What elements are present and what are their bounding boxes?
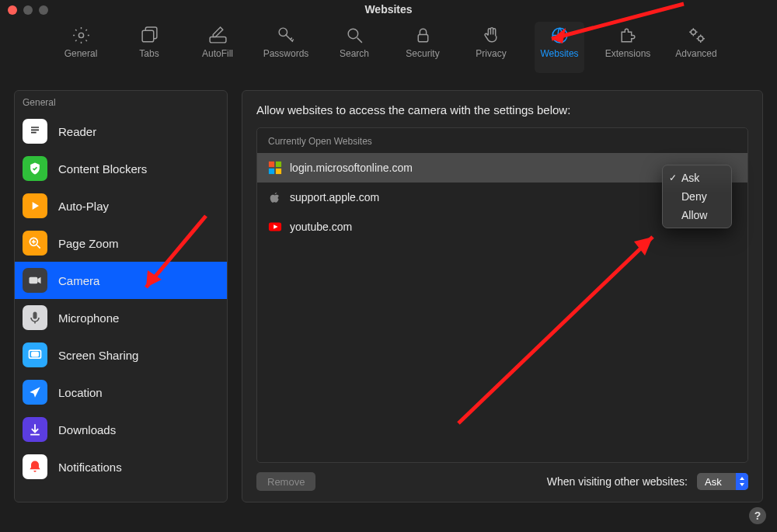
select-value: Ask [705,476,722,488]
toolbar-tab-extensions[interactable]: Extensions [603,22,653,73]
svg-rect-17 [276,169,281,174]
globe-icon [549,25,570,45]
key-icon [276,25,296,45]
toolbar-tab-autofill[interactable]: AutoFill [193,22,242,73]
sidebar: General Reader Content Blockers Auto-Pla… [14,90,228,502]
close-window-button[interactable] [8,5,17,15]
svg-rect-10 [30,277,38,283]
sidebar-item-label: Page Zoom [58,237,119,250]
bell-icon [23,454,47,479]
location-arrow-icon [23,380,47,405]
sidebar-item-microphone[interactable]: Microphone [15,299,227,336]
play-icon [23,193,47,218]
window-title: Websites [0,3,777,16]
youtube-icon [268,220,282,234]
camera-icon [23,268,47,293]
sidebar-item-downloads[interactable]: Downloads [15,411,227,448]
sidebar-item-label: Content Blockers [58,162,147,176]
sidebar-item-location[interactable]: Location [15,374,227,411]
sidebar-item-auto-play[interactable]: Auto-Play [15,187,227,224]
gear-icon [71,25,91,45]
lock-icon [413,25,433,45]
sidebar-item-label: Reader [58,125,96,138]
sidebar-item-label: Auto-Play [58,200,109,213]
microphone-icon [23,305,47,330]
toolbar-tab-label: Advanced [675,48,716,59]
download-icon [23,417,47,442]
toolbar-tab-label: Security [406,48,439,59]
sidebar-item-page-zoom[interactable]: Page Zoom [15,224,227,262]
popup-item-ask[interactable]: ✓ Ask [663,169,731,187]
toolbar-tab-label: Websites [540,48,578,59]
svg-rect-5 [418,34,428,41]
preferences-toolbar: General Tabs AutoFill Passwords Search S… [0,19,777,73]
website-list-header: Currently Open Websites [257,128,747,153]
toolbar-tab-label: Extensions [605,48,651,59]
puzzle-icon [618,25,638,45]
permission-popup-menu: ✓ Ask Deny Allow [662,165,732,228]
detail-footer: Remove When visiting other websites: Ask [256,463,748,491]
screen-sharing-icon [23,342,47,367]
popup-item-allow[interactable]: Allow [663,206,731,224]
sidebar-item-reader[interactable]: Reader [15,113,227,150]
toolbar-tab-search[interactable]: Search [329,22,379,73]
toolbar-tab-privacy[interactable]: Privacy [466,22,516,73]
toolbar-tab-label: Search [340,48,369,59]
toolbar-tab-advanced[interactable]: Advanced [671,22,721,73]
toolbar-tab-label: Privacy [476,48,506,59]
detail-heading: Allow websites to access the camera with… [256,103,748,116]
toolbar-tab-label: Tabs [139,48,159,59]
svg-rect-1 [142,30,154,42]
sidebar-item-camera[interactable]: Camera [15,262,227,299]
tabs-icon [139,25,159,45]
sidebar-item-label: Notifications [58,461,122,474]
content-area: General Reader Content Blockers Auto-Pla… [0,73,777,510]
other-websites-select[interactable]: Ask [697,473,748,490]
toolbar-tab-general[interactable]: General [56,22,106,73]
zoom-icon [23,231,47,256]
shield-check-icon [23,156,47,181]
sidebar-section-label: General [15,91,227,113]
titlebar: Websites [0,0,777,19]
svg-rect-16 [269,169,274,174]
popup-item-label: Ask [681,172,699,184]
svg-rect-2 [210,37,226,42]
popup-item-label: Deny [681,190,707,203]
sidebar-item-label: Downloads [58,423,116,436]
sidebar-item-content-blockers[interactable]: Content Blockers [15,150,227,187]
toolbar-tab-security[interactable]: Security [398,22,448,73]
pencil-field-icon [207,25,228,45]
sidebar-item-label: Location [58,386,103,399]
svg-rect-15 [276,162,281,167]
popup-item-deny[interactable]: Deny [663,187,731,206]
svg-point-0 [78,33,83,37]
svg-point-7 [691,30,695,34]
sidebar-item-screen-sharing[interactable]: Screen Sharing [15,336,227,374]
minimize-window-button[interactable] [23,5,33,15]
sidebar-item-label: Camera [58,274,99,287]
toolbar-tab-passwords[interactable]: Passwords [261,22,311,73]
toolbar-tab-websites[interactable]: Websites [535,22,584,73]
toolbar-tab-tabs[interactable]: Tabs [124,22,174,73]
check-icon: ✓ [669,172,677,183]
svg-rect-13 [32,353,38,356]
website-label: youtube.com [290,221,352,233]
magnifier-icon [344,25,364,45]
sidebar-item-notifications[interactable]: Notifications [15,448,227,485]
other-websites-label: When visiting other websites: [547,475,688,488]
toolbar-tab-label: Passwords [263,48,309,59]
microsoft-icon [268,161,282,175]
reader-icon [23,119,47,144]
toolbar-tab-label: AutoFill [202,48,233,59]
hand-icon [481,25,501,45]
remove-button[interactable]: Remove [256,472,315,491]
svg-rect-14 [269,162,274,167]
chevron-up-down-icon [738,475,746,488]
detail-panel: Allow websites to access the camera with… [242,90,763,502]
website-label: login.microsoftonline.com [290,162,413,174]
help-button[interactable]: ? [749,507,766,524]
zoom-window-button[interactable] [39,5,48,15]
gears-icon [686,25,706,45]
popup-item-label: Allow [681,209,707,221]
sidebar-item-label: Microphone [58,311,119,325]
